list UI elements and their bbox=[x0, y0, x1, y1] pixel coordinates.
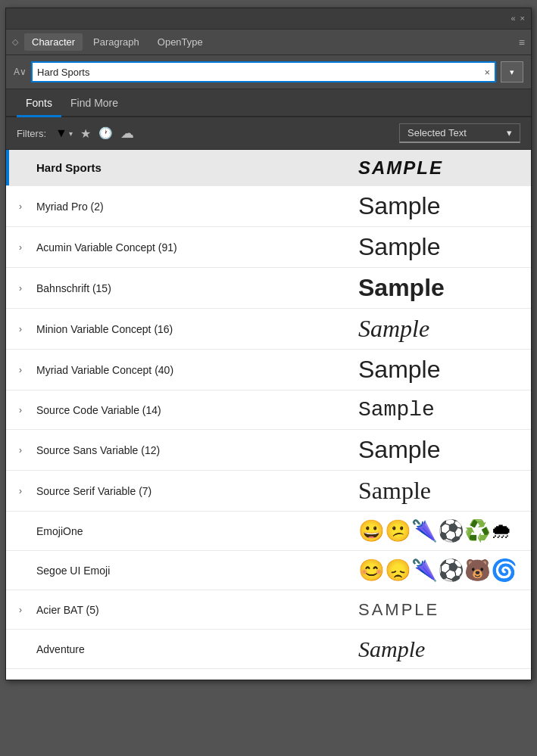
filter-label: Filters: bbox=[17, 128, 46, 139]
font-name-adventure: Adventure bbox=[32, 637, 349, 661]
font-name-acumin: Acumin Variable Concept (91) bbox=[32, 235, 349, 260]
menu-icon[interactable]: ≡ bbox=[519, 36, 525, 48]
font-row-adventure[interactable]: Adventure Sample bbox=[6, 630, 531, 669]
font-sample-source-code: Sample bbox=[349, 392, 531, 428]
font-sample-adventure: Sample bbox=[349, 630, 531, 668]
selected-text-dropdown[interactable]: Selected Text ▾ bbox=[399, 123, 520, 143]
segoe-emoji-sample-text: 😊😞🌂⚽🐻🌀 bbox=[358, 558, 517, 583]
tab-fonts[interactable]: Fonts bbox=[17, 89, 61, 117]
myriad-variable-sample-text: Sample bbox=[358, 356, 441, 384]
font-name-minion: Minion Variable Concept (16) bbox=[32, 317, 349, 341]
tab-find-more[interactable]: Find More bbox=[61, 89, 127, 117]
expand-arrow-source-code[interactable]: › bbox=[9, 405, 32, 415]
tab-character[interactable]: Character bbox=[24, 33, 83, 51]
font-sample-acier: SAMPLE bbox=[349, 594, 531, 626]
expand-arrow-acumin[interactable]: › bbox=[9, 242, 32, 253]
bahnschrift-sample-text: Sample bbox=[358, 274, 445, 302]
filter-icons: ▼ ▾ ★ 🕐 ☁ bbox=[55, 125, 134, 142]
font-name-agency-fb: Agency FB (2) bbox=[32, 677, 349, 680]
font-sample-emojione: 😀😕🌂⚽♻️🌧 bbox=[349, 512, 531, 549]
diamond-icon: ◇ bbox=[12, 37, 18, 47]
emojione-sample-text: 😀😕🌂⚽♻️🌧 bbox=[358, 518, 512, 543]
font-name-source-code: Source Code Variable (14) bbox=[32, 398, 349, 422]
font-row-emojione[interactable]: EmojiOne 😀😕🌂⚽♻️🌧 bbox=[6, 512, 531, 551]
tab-opentype[interactable]: OpenType bbox=[150, 33, 211, 51]
font-row-myriad-pro[interactable]: › Myriad Pro (2) Sample bbox=[6, 186, 531, 227]
filter-funnel-button[interactable]: ▼ ▾ bbox=[55, 126, 73, 140]
expand-arrow-source-serif[interactable]: › bbox=[9, 486, 32, 496]
font-name-segoe-emoji: Segoe UI Emoji bbox=[32, 558, 349, 583]
panel-body: Hard Sports SAMPLE › Myriad Pro (2) Samp… bbox=[6, 150, 531, 680]
expand-arrow-source-sans[interactable]: › bbox=[9, 445, 32, 456]
selected-text-arrow-icon: ▾ bbox=[507, 127, 512, 138]
source-sans-sample-text: Sample bbox=[358, 436, 441, 464]
font-sample-myriad-variable: Sample bbox=[349, 350, 531, 390]
expand-arrow-acier[interactable]: › bbox=[9, 605, 32, 615]
tab-row: ◇ Character Paragraph OpenType ≡ bbox=[6, 30, 531, 55]
collapse-button[interactable]: « bbox=[510, 14, 515, 23]
source-serif-sample-text: Sample bbox=[358, 477, 431, 505]
title-bar-controls: « × bbox=[510, 14, 525, 23]
font-sample-hardsports: SAMPLE bbox=[349, 151, 531, 185]
search-bar: A∨ × ▾ bbox=[6, 55, 531, 89]
font-sample-bahnschrift: Sample bbox=[349, 268, 531, 308]
font-row-acier[interactable]: › Acier BAT (5) SAMPLE bbox=[6, 590, 531, 630]
agency-fb-sample-text: Sample bbox=[358, 675, 449, 680]
font-sample-source-serif: Sample bbox=[349, 471, 531, 511]
tab-paragraph[interactable]: Paragraph bbox=[86, 33, 147, 51]
font-sample-segoe-emoji: 😊😞🌂⚽🐻🌀 bbox=[349, 552, 531, 589]
sub-tabs: Fonts Find More bbox=[6, 89, 531, 117]
adventure-sample-text: Sample bbox=[358, 636, 425, 662]
selection-accent bbox=[6, 150, 9, 185]
font-sample-minion: Sample bbox=[349, 309, 531, 349]
expand-arrow-bahnschrift[interactable]: › bbox=[9, 283, 32, 294]
search-input[interactable] bbox=[37, 67, 481, 78]
font-row-source-serif[interactable]: › Source Serif Variable (7) Sample bbox=[6, 471, 531, 512]
font-name-hardsports: Hard Sports bbox=[32, 155, 349, 180]
search-dropdown-button[interactable]: ▾ bbox=[501, 61, 523, 82]
font-name-source-serif: Source Serif Variable (7) bbox=[32, 479, 349, 503]
font-row-segoe-emoji[interactable]: Segoe UI Emoji 😊😞🌂⚽🐻🌀 bbox=[6, 551, 531, 590]
clock-filter-icon[interactable]: 🕐 bbox=[98, 126, 113, 140]
expand-arrow-myriad-pro[interactable]: › bbox=[9, 201, 32, 212]
star-filter-icon[interactable]: ★ bbox=[80, 126, 91, 141]
funnel-icon: ▼ bbox=[55, 126, 67, 140]
font-row-acumin[interactable]: › Acumin Variable Concept (91) Sample bbox=[6, 227, 531, 268]
font-sample-source-sans: Sample bbox=[349, 430, 531, 470]
font-name-myriad-variable: Myriad Variable Concept (40) bbox=[32, 358, 349, 382]
myriad-pro-sample-text: Sample bbox=[358, 192, 441, 220]
cloud-filter-icon[interactable]: ☁ bbox=[120, 125, 134, 142]
font-name-source-sans: Source Sans Variable (12) bbox=[32, 438, 349, 462]
selected-text-label: Selected Text bbox=[407, 127, 467, 138]
expand-arrow-myriad-variable[interactable]: › bbox=[9, 365, 32, 375]
font-name-myriad-pro: Myriad Pro (2) bbox=[32, 194, 349, 219]
funnel-arrow-icon: ▾ bbox=[69, 129, 73, 138]
font-row-myriad-variable[interactable]: › Myriad Variable Concept (40) Sample bbox=[6, 350, 531, 390]
title-bar: « × bbox=[6, 8, 531, 30]
character-panel: « × ◇ Character Paragraph OpenType ≡ A∨ … bbox=[5, 8, 532, 680]
minion-sample-text: Sample bbox=[358, 315, 429, 343]
expand-arrow-minion[interactable]: › bbox=[9, 324, 32, 334]
acier-sample-text: SAMPLE bbox=[358, 600, 439, 620]
hard-sports-sample-text: SAMPLE bbox=[358, 157, 443, 179]
filter-bar: Filters: ▼ ▾ ★ 🕐 ☁ Selected Text ▾ bbox=[6, 117, 531, 150]
acumin-sample-text: Sample bbox=[358, 233, 441, 261]
font-row-agency-fb[interactable]: › Agency FB (2) Sample bbox=[6, 669, 531, 680]
search-prefix: A∨ bbox=[14, 67, 27, 77]
font-sample-agency-fb: Sample bbox=[349, 669, 531, 680]
font-sample-myriad-pro: Sample bbox=[349, 186, 531, 226]
close-button[interactable]: × bbox=[520, 14, 525, 23]
font-name-acier: Acier BAT (5) bbox=[32, 598, 349, 622]
font-name-bahnschrift: Bahnschrift (15) bbox=[32, 276, 349, 300]
source-code-sample-text: Sample bbox=[358, 398, 435, 422]
font-row-bahnschrift[interactable]: › Bahnschrift (15) Sample bbox=[6, 268, 531, 309]
font-row-header[interactable]: Hard Sports SAMPLE bbox=[6, 150, 531, 186]
font-row-source-sans[interactable]: › Source Sans Variable (12) Sample bbox=[6, 430, 531, 471]
font-list: Hard Sports SAMPLE › Myriad Pro (2) Samp… bbox=[6, 150, 531, 680]
search-input-wrap: × bbox=[31, 61, 496, 82]
search-clear-icon[interactable]: × bbox=[484, 67, 490, 78]
font-sample-acumin: Sample bbox=[349, 227, 531, 267]
font-row-minion[interactable]: › Minion Variable Concept (16) Sample bbox=[6, 309, 531, 350]
font-name-emojione: EmojiOne bbox=[32, 519, 349, 543]
font-row-source-code[interactable]: › Source Code Variable (14) Sample bbox=[6, 390, 531, 430]
